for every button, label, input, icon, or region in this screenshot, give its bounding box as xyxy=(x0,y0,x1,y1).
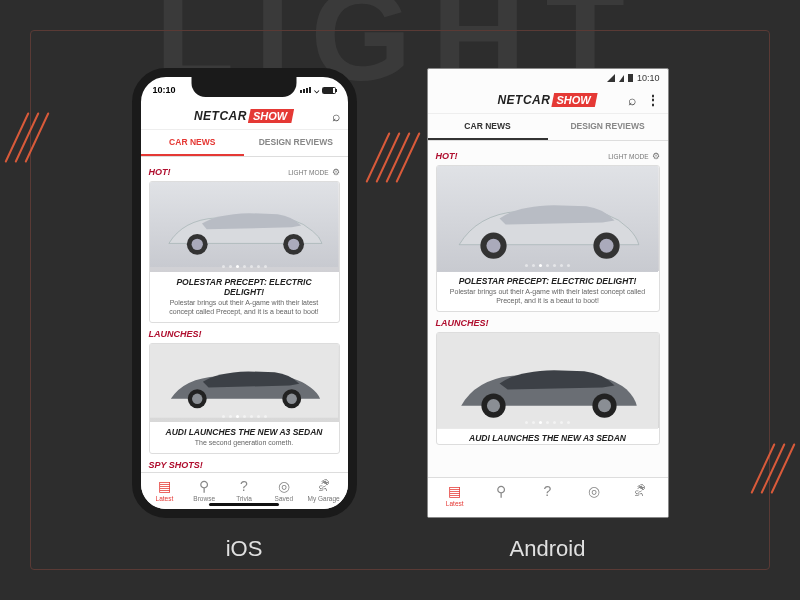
carousel-dots[interactable] xyxy=(150,415,339,418)
svg-point-9 xyxy=(286,394,296,404)
wifi-icon xyxy=(607,74,615,82)
svg-point-4 xyxy=(287,239,298,250)
search-icon[interactable] xyxy=(332,107,340,125)
theme-toggle-icon: ⚙ xyxy=(652,151,660,161)
carousel-dots[interactable] xyxy=(150,265,339,268)
browse-icon: ⚲ xyxy=(478,483,524,499)
nav-saved[interactable]: ◎ xyxy=(571,483,617,507)
svg-point-7 xyxy=(192,394,202,404)
tab-car-news[interactable]: CAR NEWS xyxy=(428,114,548,140)
carousel-dots[interactable] xyxy=(437,264,659,267)
light-mode-toggle[interactable]: LIGHT MODE ⚙ xyxy=(608,151,659,161)
carousel-dots[interactable] xyxy=(437,421,659,424)
section-hot-label: HOT! xyxy=(149,167,171,177)
trivia-icon: ? xyxy=(524,483,570,499)
platform-label-ios: iOS xyxy=(132,536,357,562)
content-scroll[interactable]: HOT! LIGHT MODE ⚙ xyxy=(428,141,668,457)
svg-point-19 xyxy=(597,399,610,412)
nav-latest[interactable]: ▤Latest xyxy=(432,483,478,507)
nav-garage[interactable]: ⛐ xyxy=(617,483,663,507)
android-device-frame: 10:10 NETCAR SHOW ⋮ CAR NEWS DESIGN REVI… xyxy=(427,68,669,518)
car-image-polestar xyxy=(150,182,339,267)
app-header: NETCAR SHOW xyxy=(141,103,348,130)
nav-trivia[interactable]: ? xyxy=(524,483,570,507)
nav-saved[interactable]: ◎Saved xyxy=(264,478,304,502)
news-icon: ▤ xyxy=(145,478,185,494)
car-image-audi xyxy=(437,333,659,429)
android-time: 10:10 xyxy=(637,73,660,83)
tab-design-reviews[interactable]: DESIGN REVIEWS xyxy=(548,114,668,140)
svg-point-12 xyxy=(486,239,500,253)
android-statusbar: 10:10 xyxy=(428,69,668,87)
signal-icon xyxy=(300,87,311,93)
logo-text-show: SHOW xyxy=(551,93,597,107)
content-scroll[interactable]: HOT! LIGHT MODE ⚙ xyxy=(141,157,348,494)
category-tabs: CAR NEWS DESIGN REVIEWS xyxy=(428,114,668,141)
tab-car-news[interactable]: CAR NEWS xyxy=(141,130,245,156)
nav-garage[interactable]: ⛐My Garage xyxy=(304,478,344,502)
card-polestar[interactable]: POLESTAR PRECEPT: ELECTRIC DELIGHT! Pole… xyxy=(436,165,660,312)
ios-device-frame: 10:10 ⌵ NETCAR SHOW CAR NEWS DESIGN REVI… xyxy=(132,68,357,518)
nav-trivia[interactable]: ?Trivia xyxy=(224,478,264,502)
garage-icon: ⛐ xyxy=(304,478,344,494)
battery-icon xyxy=(322,87,336,94)
signal-icon xyxy=(619,75,624,82)
category-tabs: CAR NEWS DESIGN REVIEWS xyxy=(141,130,348,157)
nav-browse[interactable]: ⚲ xyxy=(478,483,524,507)
logo-text-net: NETCAR xyxy=(194,109,247,123)
ios-time: 10:10 xyxy=(153,85,176,95)
news-icon: ▤ xyxy=(432,483,478,499)
search-icon[interactable] xyxy=(628,91,636,109)
trivia-icon: ? xyxy=(224,478,264,494)
card-title: AUDI LAUNCHES THE NEW A3 SEDAN xyxy=(437,428,659,444)
saved-icon: ◎ xyxy=(264,478,304,494)
card-desc: The second generation cometh. xyxy=(150,438,339,453)
card-desc: Polestar brings out their A-game with th… xyxy=(150,298,339,322)
tab-design-reviews[interactable]: DESIGN REVIEWS xyxy=(244,130,348,156)
svg-point-17 xyxy=(486,399,499,412)
app-logo[interactable]: NETCAR SHOW xyxy=(194,109,294,123)
nav-latest[interactable]: ▤Latest xyxy=(145,478,185,502)
svg-point-2 xyxy=(191,239,202,250)
section-launches-label: LAUNCHES! xyxy=(149,329,202,339)
card-audi[interactable]: AUDI LAUNCHES THE NEW A3 SEDAN The secon… xyxy=(149,343,340,454)
light-mode-toggle[interactable]: LIGHT MODE ⚙ xyxy=(288,167,339,177)
card-desc: Polestar brings out their A-game with th… xyxy=(437,287,659,311)
battery-icon xyxy=(628,74,633,82)
platform-label-android: Android xyxy=(427,536,669,562)
card-audi[interactable]: AUDI LAUNCHES THE NEW A3 SEDAN xyxy=(436,332,660,445)
car-image-audi xyxy=(150,344,339,418)
ios-home-indicator[interactable] xyxy=(209,503,279,507)
wifi-icon: ⌵ xyxy=(314,85,319,95)
saved-icon: ◎ xyxy=(571,483,617,499)
card-polestar[interactable]: POLESTAR PRECEPT: ELECTRIC DELIGHT! Pole… xyxy=(149,181,340,323)
logo-text-net: NETCAR xyxy=(497,93,550,107)
car-image-polestar xyxy=(437,166,659,272)
browse-icon: ⚲ xyxy=(184,478,224,494)
card-title: POLESTAR PRECEPT: ELECTRIC DELIGHT! xyxy=(437,271,659,287)
nav-browse[interactable]: ⚲Browse xyxy=(184,478,224,502)
section-hot-label: HOT! xyxy=(436,151,458,161)
section-launches-label: LAUNCHES! xyxy=(436,318,489,328)
card-title: POLESTAR PRECEPT: ELECTRIC DELIGHT! xyxy=(150,272,339,298)
garage-icon: ⛐ xyxy=(617,483,663,499)
app-header: NETCAR SHOW ⋮ xyxy=(428,87,668,114)
ios-notch xyxy=(192,77,297,97)
section-spy-label: SPY SHOTS! xyxy=(149,460,203,470)
overflow-menu-icon[interactable]: ⋮ xyxy=(646,92,660,108)
card-title: AUDI LAUNCHES THE NEW A3 SEDAN xyxy=(150,422,339,438)
bottom-nav: ▤Latest ⚲ ? ◎ ⛐ xyxy=(428,477,668,517)
logo-text-show: SHOW xyxy=(248,109,294,123)
theme-toggle-icon: ⚙ xyxy=(332,167,340,177)
app-logo[interactable]: NETCAR SHOW xyxy=(497,93,597,107)
svg-point-14 xyxy=(599,239,613,253)
